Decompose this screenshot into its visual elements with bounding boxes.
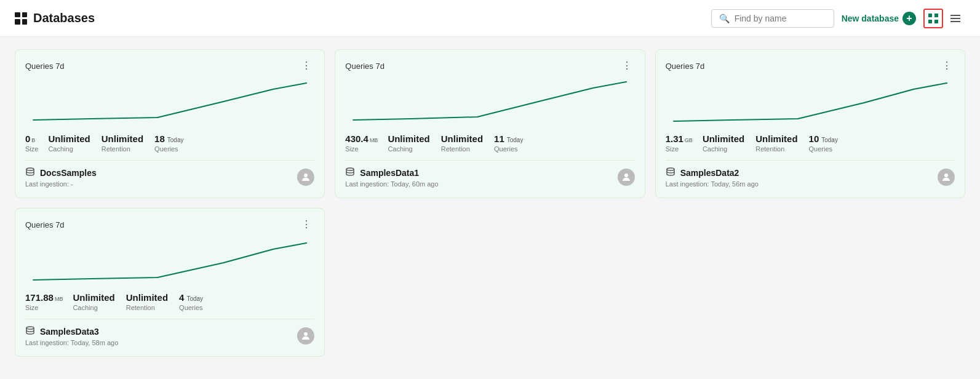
avatar xyxy=(297,327,314,345)
database-card: Queries 7d ⋮ 171.88MB Size Unlimited Cac… xyxy=(15,208,325,357)
grid-view-button[interactable] xyxy=(923,9,943,28)
card-footer: SamplesData3 Last ingestion: Today, 58m … xyxy=(25,325,314,346)
stat-number: 0 xyxy=(25,134,30,144)
database-icon xyxy=(25,325,35,338)
db-info: SamplesData2 Last ingestion: Today, 56m … xyxy=(666,167,759,188)
more-options-button[interactable]: ⋮ xyxy=(939,60,955,72)
stat-label: Retention xyxy=(102,145,145,153)
stat-number: Unlimited xyxy=(388,134,429,144)
stat-queries: 11 Today Queries xyxy=(494,134,523,153)
stat-label: Size xyxy=(345,145,378,153)
stat-item: Unlimited Caching xyxy=(48,134,91,153)
last-ingestion: Last ingestion: Today, 56m ago xyxy=(666,180,759,188)
main-content: Queries 7d ⋮ 0B Size Unlimited Caching U… xyxy=(0,37,980,369)
stat-item: Unlimited Caching xyxy=(703,134,746,153)
db-name: SamplesData2 xyxy=(680,168,739,178)
stat-unit: GB xyxy=(685,137,693,143)
stat-queries: 10 Today Queries xyxy=(809,134,838,153)
stat-item: 0B Size xyxy=(25,134,38,153)
svg-rect-1 xyxy=(934,14,938,17)
stat-label: Size xyxy=(666,145,693,153)
stat-label: Size xyxy=(25,304,63,311)
svg-rect-2 xyxy=(928,20,932,23)
last-ingestion: Last ingestion: Today, 60m ago xyxy=(345,180,438,188)
search-input[interactable] xyxy=(735,14,826,23)
chart-area xyxy=(666,77,955,126)
page-title: Databases xyxy=(33,11,95,25)
stat-label: Size xyxy=(25,145,38,153)
more-options-button[interactable]: ⋮ xyxy=(299,218,314,231)
card-footer: DocsSamples Last ingestion: - xyxy=(25,167,314,188)
stat-unit: MB xyxy=(370,137,378,143)
stat-item: 430.4MB Size xyxy=(345,134,378,153)
stat-value: Unlimited xyxy=(102,134,145,144)
db-info: SamplesData1 Last ingestion: Today, 60m … xyxy=(345,167,438,188)
db-name-row: SamplesData2 xyxy=(666,167,759,179)
last-ingestion: Last ingestion: Today, 58m ago xyxy=(25,339,118,346)
db-info: DocsSamples Last ingestion: - xyxy=(25,167,97,188)
stat-value: Unlimited xyxy=(388,134,431,144)
svg-rect-0 xyxy=(928,14,932,17)
stat-number: 171.88 xyxy=(25,292,54,303)
stat-value: 18 Today xyxy=(154,134,183,144)
card-header: Queries 7d ⋮ xyxy=(25,60,314,72)
svg-point-13 xyxy=(26,327,34,329)
card-header: Queries 7d ⋮ xyxy=(25,218,314,231)
svg-point-14 xyxy=(304,332,308,336)
stats-row: 1.31GB Size Unlimited Caching Unlimited … xyxy=(666,134,955,153)
stat-item: Unlimited Caching xyxy=(388,134,431,153)
db-name: SamplesData3 xyxy=(40,327,99,337)
stat-number: 430.4 xyxy=(345,134,368,144)
chart-area xyxy=(345,77,634,126)
stat-value: Unlimited xyxy=(126,292,169,303)
new-database-button[interactable]: New database + xyxy=(842,12,916,25)
header: Databases 🔍 New database + xyxy=(0,0,980,37)
stat-number: Unlimited xyxy=(755,134,797,144)
card-header: Queries 7d ⋮ xyxy=(345,60,634,72)
divider xyxy=(345,160,634,161)
stat-item: Unlimited Retention xyxy=(755,134,799,153)
svg-point-11 xyxy=(667,168,674,170)
chart-svg xyxy=(345,77,634,126)
stat-item: 1.31GB Size xyxy=(666,134,693,153)
chart-area xyxy=(25,236,314,285)
svg-rect-6 xyxy=(950,21,960,22)
today-label: Today xyxy=(821,137,838,143)
divider xyxy=(25,160,314,161)
svg-rect-5 xyxy=(950,18,960,19)
list-view-button[interactable] xyxy=(946,9,965,28)
stat-number: Unlimited xyxy=(48,134,90,144)
chart-svg xyxy=(666,77,955,126)
svg-point-12 xyxy=(944,174,948,177)
chart-svg xyxy=(25,236,314,285)
stat-label: Queries xyxy=(179,304,203,311)
stat-item: Unlimited Caching xyxy=(73,292,116,311)
db-name-row: SamplesData3 xyxy=(25,325,118,338)
stat-label: Queries xyxy=(494,145,523,153)
today-label: Today xyxy=(167,137,184,143)
stat-label: Queries xyxy=(154,145,183,153)
avatar xyxy=(938,169,955,186)
last-ingestion: Last ingestion: - xyxy=(25,180,97,188)
database-icon xyxy=(25,167,35,179)
svg-point-9 xyxy=(346,168,354,170)
db-name-row: SamplesData1 xyxy=(345,167,438,179)
stat-value: 1.31GB xyxy=(666,134,693,144)
today-label: Today xyxy=(186,295,203,302)
svg-point-7 xyxy=(26,168,34,170)
more-options-button[interactable]: ⋮ xyxy=(299,60,314,72)
stat-number: Unlimited xyxy=(73,292,114,303)
more-options-button[interactable]: ⋮ xyxy=(619,60,635,72)
database-icon xyxy=(666,167,675,179)
stat-label: Retention xyxy=(755,145,799,153)
db-name: DocsSamples xyxy=(40,168,97,178)
stat-value: 11 Today xyxy=(494,134,523,144)
db-name-row: DocsSamples xyxy=(25,167,97,179)
search-box[interactable]: 🔍 xyxy=(711,9,834,28)
stat-number: 1.31 xyxy=(666,134,683,144)
stat-item: Unlimited Retention xyxy=(441,134,484,153)
stat-label: Queries xyxy=(809,145,838,153)
stat-number: 18 xyxy=(154,134,165,144)
stat-number: 4 xyxy=(179,292,184,303)
avatar xyxy=(618,169,635,186)
